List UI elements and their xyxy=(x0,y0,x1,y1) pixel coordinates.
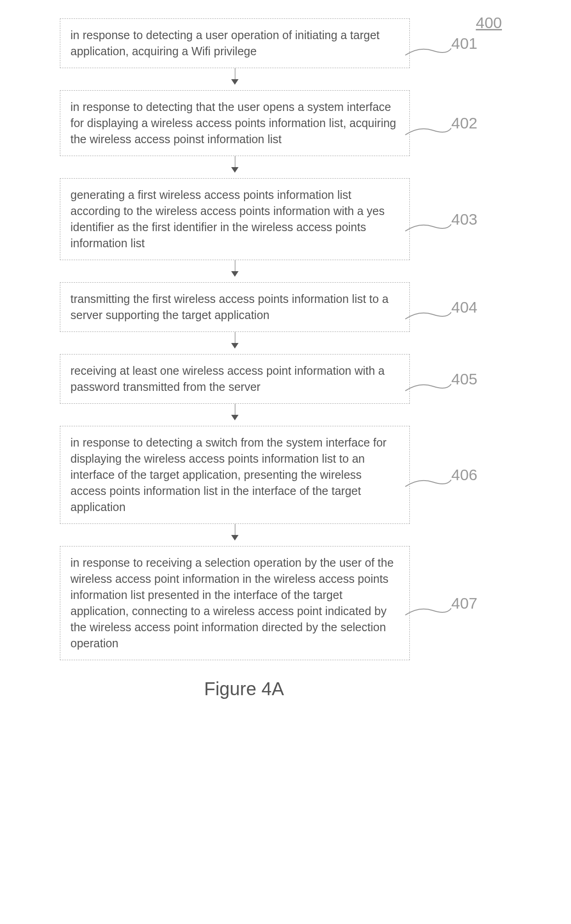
step-box: in response to detecting that the user o… xyxy=(60,90,410,156)
step-box: receiving at least one wireless access p… xyxy=(60,354,410,404)
step-number-label: 402 xyxy=(451,114,478,132)
callout-connector xyxy=(405,305,451,324)
step-box: transmitting the first wireless access p… xyxy=(60,282,410,332)
arrow-down-icon xyxy=(60,332,410,354)
step-number-label: 405 xyxy=(451,370,478,388)
flowchart-step: in response to detecting a user operatio… xyxy=(60,18,511,68)
callout-connector xyxy=(405,217,451,236)
step-box: generating a first wireless access point… xyxy=(60,178,410,260)
arrow-down-icon xyxy=(60,260,410,282)
step-number-label: 404 xyxy=(451,298,478,316)
arrow-down-icon xyxy=(60,404,410,426)
step-box: in response to receiving a selection ope… xyxy=(60,546,410,660)
flowchart-diagram: 400 in response to detecting a user oper… xyxy=(60,18,511,660)
step-box: in response to detecting a user operatio… xyxy=(60,18,410,68)
flowchart-step: in response to detecting that the user o… xyxy=(60,90,511,156)
callout-connector xyxy=(405,41,451,60)
step-box: in response to detecting a switch from t… xyxy=(60,426,410,524)
arrow-down-icon xyxy=(60,156,410,178)
callout-connector xyxy=(405,473,451,491)
arrow-down-icon xyxy=(60,524,410,546)
step-number-label: 406 xyxy=(451,466,478,484)
step-number-label: 403 xyxy=(451,210,478,228)
callout-connector xyxy=(405,121,451,139)
step-number-label: 407 xyxy=(451,594,478,612)
arrow-down-icon xyxy=(60,68,410,90)
step-number-label: 401 xyxy=(451,35,478,52)
figure-caption: Figure 4A xyxy=(18,679,470,699)
flowchart-step: in response to receiving a selection ope… xyxy=(60,546,511,660)
callout-connector xyxy=(405,377,451,395)
flowchart-step: generating a first wireless access point… xyxy=(60,178,511,260)
flowchart-step: in response to detecting a switch from t… xyxy=(60,426,511,524)
flowchart-step: receiving at least one wireless access p… xyxy=(60,354,511,404)
flowchart-step: transmitting the first wireless access p… xyxy=(60,282,511,332)
callout-connector xyxy=(405,601,451,620)
